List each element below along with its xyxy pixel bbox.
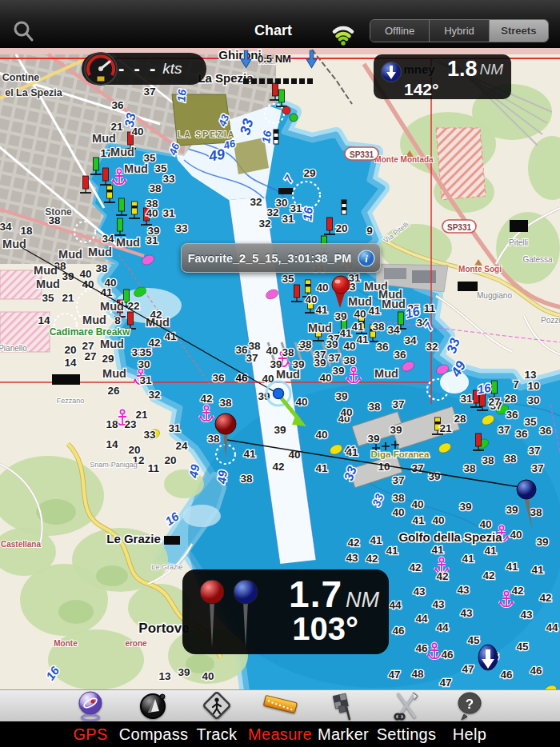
seabed-label: Mud: [82, 314, 106, 326]
measure-widget[interactable]: 1.7NM 103°: [182, 569, 389, 654]
depth-sounding: 44: [415, 613, 428, 625]
place-label: Gatessa: [522, 255, 553, 264]
toolbar-item-compass[interactable]: Compass: [122, 689, 186, 747]
depth-sounding: 42: [409, 561, 421, 573]
depth-sounding: 33: [162, 173, 175, 185]
toolbar-label-compass: Compass: [119, 721, 189, 747]
depth-sounding: 41: [506, 561, 518, 573]
depth-sounding: 37: [328, 352, 340, 364]
depth-sounding: 43: [520, 609, 533, 621]
scale-arrow-icon: [306, 50, 318, 69]
depth-sounding: 42: [347, 537, 359, 549]
depth-sounding: 11: [424, 302, 436, 314]
depth-sounding: 38: [248, 340, 261, 352]
ruler-icon[interactable]: [262, 689, 298, 721]
toolbar-item-settings[interactable]: Settings: [375, 689, 438, 747]
depth-sounding: 40: [146, 207, 158, 219]
info-icon[interactable]: i: [358, 250, 375, 267]
depth-sounding: 38: [463, 462, 476, 474]
depth-sounding: 46: [441, 649, 454, 661]
depth-sounding: 43: [346, 552, 358, 564]
scale-arrow-icon: [240, 50, 252, 69]
depth-sounding: 38: [207, 433, 220, 445]
gps-icon[interactable]: [74, 689, 106, 721]
map-mode-hybrid[interactable]: Hybrid: [430, 20, 489, 42]
depth-sounding: 38: [482, 454, 494, 466]
toolbar-item-gps[interactable]: GPS: [59, 689, 122, 747]
depth-sounding: 40: [295, 396, 307, 408]
depth-sounding: 40: [340, 406, 352, 418]
place-label: Diga Foranea: [371, 449, 430, 459]
map-mode-streets[interactable]: Streets: [490, 20, 548, 42]
harbor-light-dot: [282, 106, 290, 114]
depth-sounding: 42: [511, 585, 523, 597]
measure-bearing: 103°: [289, 611, 358, 647]
seabed-label: Mud: [348, 295, 372, 308]
toolbar-item-marker[interactable]: Marker: [312, 689, 375, 747]
depth-sounding: 37: [392, 398, 404, 410]
depth-sounding: 9: [366, 225, 373, 237]
depth-sounding: 30: [138, 358, 150, 370]
depth-sounding: 40: [479, 518, 491, 530]
track-icon[interactable]: [201, 689, 233, 721]
depth-sounding: 34: [387, 324, 400, 336]
seabed-label: Mud: [116, 236, 140, 249]
map-mode-offline[interactable]: Offline: [370, 20, 430, 42]
depth-sounding: 30: [527, 394, 539, 406]
depth-sounding: 39: [506, 504, 518, 516]
depth-sounding: 14: [64, 357, 77, 369]
svg-text:i: i: [365, 253, 368, 265]
toolbar-label-marker: Marker: [318, 721, 369, 747]
route-widget[interactable]: 1.8 NM 142°: [374, 54, 511, 99]
depth-sounding: 42: [482, 569, 494, 581]
depth-sounding: 39: [332, 365, 344, 377]
depth-sounding: 41: [243, 448, 256, 460]
depth-sounding: 38: [240, 473, 253, 485]
place-label: Monte: [54, 639, 78, 648]
place-label: Stone: [45, 206, 72, 218]
depth-sounding: 10: [527, 380, 539, 392]
page-title: Chart: [254, 22, 292, 39]
toolbar-item-track[interactable]: Track: [186, 689, 249, 747]
search-icon[interactable]: [10, 18, 37, 45]
depth-sounding: 42: [200, 393, 212, 405]
compass-icon[interactable]: [138, 689, 170, 721]
depth-sounding: 13: [158, 670, 171, 682]
depth-sounding: 37: [531, 462, 543, 474]
depth-sounding: 41: [412, 514, 425, 526]
speed-widget[interactable]: - - - kts: [82, 53, 206, 85]
seabed-label: Mud: [276, 368, 300, 381]
place-label: Castellana: [1, 540, 41, 549]
toolbar-label-gps: GPS: [73, 721, 107, 747]
depth-sounding: 27: [84, 350, 96, 362]
favorite-tooltip[interactable]: Favorite_2_5_15,_3:01:38_PM i: [181, 243, 381, 273]
depth-sounding: 20: [64, 344, 76, 356]
depth-sounding: 38: [299, 338, 312, 350]
depth-sounding: 40: [315, 429, 327, 441]
depth-sounding: 38: [372, 321, 385, 333]
depth-sounding: 43: [457, 584, 470, 596]
depth-sounding: 37: [528, 445, 540, 457]
depth-sounding: 38: [368, 401, 381, 413]
depth-sounding: 36: [212, 372, 225, 384]
depth-sounding: 24: [175, 440, 188, 452]
help-icon[interactable]: ?: [454, 689, 486, 721]
depth-sounding: 22: [127, 300, 139, 312]
depth-sounding: 41: [386, 545, 398, 557]
depth-sounding: 33: [175, 222, 188, 234]
depth-sounding: 43: [460, 607, 473, 619]
tools-icon[interactable]: [390, 689, 422, 721]
depth-sounding: 43: [413, 585, 426, 597]
toolbar-item-help[interactable]: ?Help: [438, 689, 502, 747]
marker-flag-icon[interactable]: [327, 689, 359, 721]
seabed-label: Mud: [308, 322, 332, 334]
depth-sounding: 39: [274, 424, 286, 436]
wifi-signal-icon: [326, 11, 360, 46]
measure-pins-icon: [192, 577, 266, 651]
place-label: erone: [125, 639, 147, 648]
place-label: el La Spezia: [5, 87, 63, 98]
place-label: LA SPEZIA: [178, 130, 235, 139]
depth-sounding: 39: [367, 433, 379, 445]
depth-sounding: 34: [404, 334, 417, 346]
toolbar-item-measure[interactable]: Measure: [249, 689, 312, 747]
